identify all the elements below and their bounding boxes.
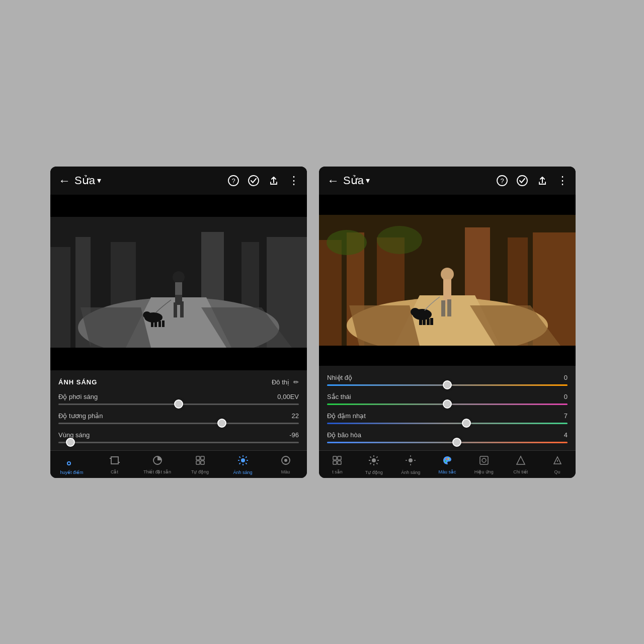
svg-point-45	[284, 459, 287, 462]
nav-item-auto[interactable]: Tự động	[179, 455, 221, 474]
svg-rect-31	[196, 456, 200, 460]
nav-label-crop: Cắt	[111, 469, 118, 474]
dropdown-icon-right[interactable]: ▾	[366, 176, 370, 185]
svg-point-14	[173, 271, 185, 283]
nav-label-preset-r: t sẵn	[332, 469, 343, 474]
back-button-right[interactable]: ←	[327, 174, 339, 188]
slider-highlights-track[interactable]	[58, 442, 299, 443]
preset-icon	[152, 455, 163, 468]
check-button-right[interactable]	[517, 175, 528, 186]
nav-item-preset[interactable]: Thiết đặt sẵn	[136, 455, 179, 474]
color-icon-r	[442, 455, 452, 468]
nav-item-light-r[interactable]: Ánh sáng	[392, 455, 429, 475]
topbar-icons-right: ? ⋮	[497, 174, 568, 187]
slider-exposure-thumb[interactable]	[174, 399, 183, 409]
detail-icon-r	[516, 455, 526, 468]
nav-item-effects-r[interactable]: Hiệu ứng	[465, 455, 502, 474]
svg-rect-22	[154, 320, 157, 327]
light-icon-r	[405, 455, 416, 468]
nav-item-auto-r[interactable]: Tự động	[356, 455, 392, 475]
slider-contrast-value: 22	[292, 412, 299, 420]
title-right: Sửa ▾	[343, 174, 493, 187]
help-button-left[interactable]: ?	[228, 175, 239, 186]
svg-point-2	[249, 176, 259, 186]
slider-temp-track[interactable]	[327, 384, 568, 386]
nav-item-detail-r[interactable]: Chi tiết	[502, 455, 539, 474]
photo-color	[319, 215, 576, 346]
nav-label-auto-r: Tự động	[365, 470, 383, 475]
topbar-left: ← Sửa ▾ ?	[50, 167, 307, 195]
svg-rect-73	[338, 456, 341, 460]
nav-item-color-r[interactable]: Màu sắc	[429, 455, 466, 474]
crop-icon	[110, 455, 120, 468]
slider-saturation-thumb[interactable]	[452, 438, 461, 447]
nav-item-crop[interactable]: Cắt	[93, 455, 136, 474]
slider-tint-value: 0	[564, 393, 568, 400]
controls-right: Nhiệt độ 0 Sắc thái 0	[319, 366, 576, 450]
slider-vibrance-track[interactable]	[327, 423, 568, 424]
svg-rect-93	[480, 456, 488, 464]
nav-label-light-r: Ánh sáng	[401, 470, 420, 475]
section-badge-left[interactable]: Đô thị ✏	[272, 378, 299, 386]
svg-line-83	[376, 456, 377, 457]
svg-rect-24	[162, 320, 165, 327]
slider-saturation-track[interactable]	[327, 442, 568, 443]
slider-tint-thumb[interactable]	[443, 399, 452, 409]
svg-line-81	[370, 456, 371, 457]
slider-highlights-value: -96	[289, 431, 299, 439]
svg-rect-72	[333, 456, 337, 460]
preset-icon-r	[332, 455, 342, 468]
svg-line-84	[370, 463, 371, 464]
title-text-right: Sửa	[343, 174, 364, 187]
svg-point-85	[409, 458, 413, 462]
slider-temp-thumb[interactable]	[443, 380, 452, 389]
slider-highlights: Vùng sáng -96	[58, 431, 299, 443]
back-button-left[interactable]: ←	[58, 174, 70, 188]
slider-contrast: Độ tương phản 22	[58, 412, 299, 424]
slider-vibrance-value: 7	[564, 412, 568, 420]
svg-point-60	[327, 230, 367, 255]
slider-temp-label: Nhiệt độ	[327, 374, 352, 381]
slider-saturation-value: 4	[564, 431, 568, 439]
nav-item-light[interactable]: Ánh sáng	[221, 455, 264, 475]
svg-marker-12	[80, 307, 151, 348]
auto-icon	[195, 455, 205, 468]
nav-label-color-r: Màu sắc	[439, 469, 456, 474]
svg-rect-74	[333, 461, 337, 464]
dropdown-icon-left[interactable]: ▾	[97, 176, 101, 185]
svg-rect-32	[201, 456, 204, 460]
phone-right: ← Sửa ▾ ?	[319, 167, 576, 478]
nav-item-preset-r[interactable]: t sẵn	[319, 455, 356, 474]
share-button-right[interactable]	[537, 175, 548, 186]
section-title-left: ÁNH SÁNG	[58, 378, 97, 386]
svg-rect-21	[151, 320, 153, 327]
slider-exposure-track[interactable]	[58, 404, 299, 405]
photo-left	[50, 217, 307, 348]
slider-tint-track[interactable]	[327, 404, 568, 405]
nav-item-color[interactable]: Màu	[264, 455, 307, 474]
help-button-right[interactable]: ?	[497, 175, 508, 186]
svg-rect-69	[423, 317, 426, 325]
nav-item-retouch[interactable]: huyết điểm	[50, 455, 93, 475]
slider-saturation: Độ bão hòa 4	[327, 431, 568, 443]
svg-point-61	[377, 226, 422, 254]
nav-item-more-r[interactable]: Qu	[539, 455, 576, 474]
more-button-left[interactable]: ⋮	[288, 174, 299, 187]
nav-label-more-r: Qu	[554, 469, 560, 474]
svg-point-92	[448, 458, 449, 459]
slider-vibrance-thumb[interactable]	[462, 419, 471, 428]
main-container: ← Sửa ▾ ?	[50, 167, 594, 478]
more-button-right[interactable]: ⋮	[557, 174, 568, 187]
nav-label-light: Ánh sáng	[233, 470, 252, 475]
nav-label-retouch: huyết điểm	[60, 470, 83, 475]
svg-rect-70	[427, 318, 430, 325]
slider-highlights-thumb[interactable]	[66, 438, 75, 447]
share-button-left[interactable]	[268, 175, 279, 186]
svg-point-91	[446, 458, 447, 460]
check-button-left[interactable]	[248, 175, 259, 186]
svg-rect-75	[338, 461, 341, 464]
topbar-right: ← Sửa ▾ ?	[319, 167, 576, 195]
nav-label-detail-r: Chi tiết	[513, 469, 528, 474]
slider-contrast-track[interactable]	[58, 423, 299, 424]
slider-contrast-thumb[interactable]	[217, 419, 226, 428]
